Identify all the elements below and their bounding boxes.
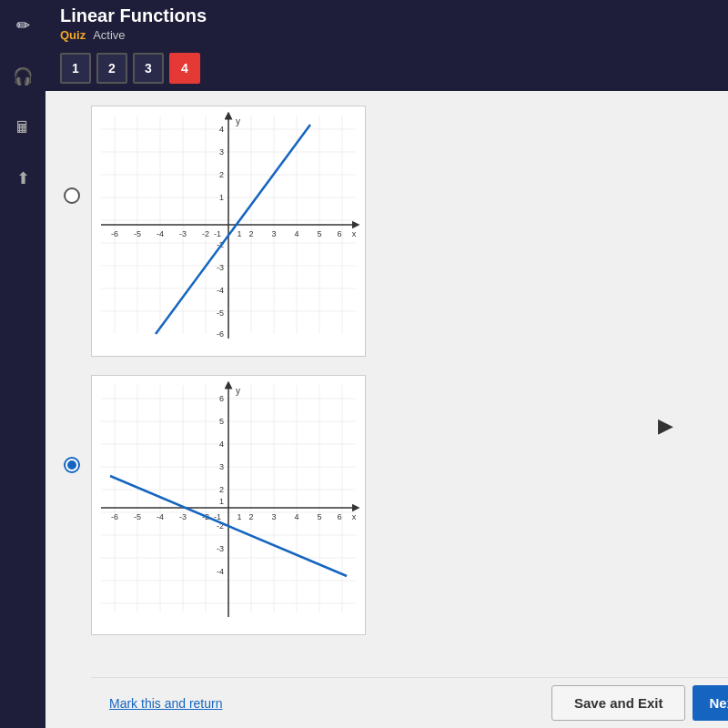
svg-text:3: 3 xyxy=(271,512,276,521)
content-area: -6 -5 -4 -3 -2 -1 1 2 3 4 5 6 x xyxy=(46,91,728,728)
svg-text:-5: -5 xyxy=(134,512,141,521)
question-tabs: 1 2 3 4 xyxy=(46,49,728,91)
svg-text:6: 6 xyxy=(337,512,341,521)
svg-text:4: 4 xyxy=(219,440,224,449)
svg-text:-4: -4 xyxy=(157,512,164,521)
radio-option-1[interactable] xyxy=(64,187,80,204)
next-button[interactable]: Next xyxy=(693,685,728,721)
arrow-up-icon[interactable]: ⬆ xyxy=(6,162,39,195)
svg-text:-4: -4 xyxy=(217,286,224,295)
sidebar: ✏ 🎧 🖩 ⬆ xyxy=(0,0,46,728)
action-buttons: Save and Exit Next xyxy=(551,685,728,721)
pencil-icon[interactable]: ✏ xyxy=(6,9,39,42)
tab-2[interactable]: 2 xyxy=(96,53,127,84)
svg-text:-4: -4 xyxy=(217,567,224,576)
svg-text:-2: -2 xyxy=(202,229,209,238)
header: Linear Functions Quiz Active xyxy=(46,0,728,49)
header-subtitle: Quiz Active xyxy=(60,28,713,49)
svg-text:x: x xyxy=(352,229,357,238)
main-area: Linear Functions Quiz Active 1 2 3 4 xyxy=(46,0,728,728)
svg-text:-1: -1 xyxy=(214,229,221,238)
svg-text:4: 4 xyxy=(219,125,224,134)
page-title: Linear Functions xyxy=(60,5,713,28)
svg-text:1: 1 xyxy=(219,497,224,506)
headphones-icon[interactable]: 🎧 xyxy=(6,60,39,93)
svg-text:4: 4 xyxy=(294,512,298,521)
svg-text:-3: -3 xyxy=(217,544,224,553)
mark-return-link[interactable]: Mark this and return xyxy=(109,696,223,711)
active-label: Active xyxy=(93,28,125,42)
svg-text:-5: -5 xyxy=(134,229,141,238)
svg-text:2: 2 xyxy=(219,170,224,179)
graph-option-2: -6 -5 -4 -3 -2 -1 1 2 3 4 5 6 x xyxy=(64,375,710,635)
svg-text:-4: -4 xyxy=(157,229,164,238)
tab-4[interactable]: 4 xyxy=(169,53,200,84)
svg-text:6: 6 xyxy=(337,229,341,238)
svg-text:2: 2 xyxy=(248,512,253,521)
svg-text:5: 5 xyxy=(317,229,321,238)
svg-text:-6: -6 xyxy=(217,329,224,339)
svg-text:1: 1 xyxy=(237,229,241,238)
graph-1[interactable]: -6 -5 -4 -3 -2 -1 1 2 3 4 5 6 x xyxy=(91,106,366,357)
svg-text:2: 2 xyxy=(219,485,224,494)
svg-text:-3: -3 xyxy=(217,263,224,272)
quiz-label: Quiz xyxy=(60,28,86,42)
svg-text:-6: -6 xyxy=(111,512,118,521)
svg-text:x: x xyxy=(352,512,357,521)
save-exit-button[interactable]: Save and Exit xyxy=(551,685,686,721)
tab-1[interactable]: 1 xyxy=(60,53,91,84)
svg-text:1: 1 xyxy=(219,193,224,202)
svg-text:1: 1 xyxy=(237,512,241,521)
svg-text:2: 2 xyxy=(248,229,253,238)
svg-text:4: 4 xyxy=(294,229,298,238)
svg-text:6: 6 xyxy=(219,394,224,403)
svg-text:3: 3 xyxy=(219,147,224,157)
svg-text:3: 3 xyxy=(271,229,276,238)
svg-text:-3: -3 xyxy=(179,229,187,238)
bottom-bar: Mark this and return Save and Exit Next xyxy=(91,677,728,728)
svg-text:5: 5 xyxy=(219,417,224,426)
svg-text:y: y xyxy=(236,116,240,126)
calculator-icon[interactable]: 🖩 xyxy=(6,111,39,144)
radio-option-2[interactable] xyxy=(64,457,80,473)
tab-3[interactable]: 3 xyxy=(133,53,164,84)
svg-text:-5: -5 xyxy=(217,308,224,318)
graph-option-1: -6 -5 -4 -3 -2 -1 1 2 3 4 5 6 x xyxy=(64,106,710,357)
svg-text:3: 3 xyxy=(219,462,224,471)
svg-text:-3: -3 xyxy=(179,512,187,521)
svg-text:5: 5 xyxy=(317,512,321,521)
svg-text:y: y xyxy=(236,386,240,396)
svg-text:-6: -6 xyxy=(111,229,118,238)
graph-2[interactable]: -6 -5 -4 -3 -2 -1 1 2 3 4 5 6 x xyxy=(91,375,366,635)
